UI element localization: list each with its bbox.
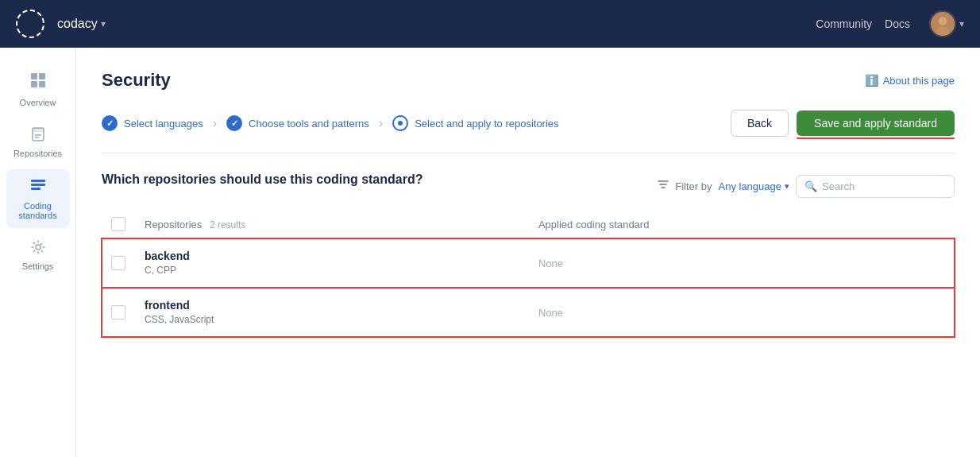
sidebar-item-overview[interactable]: Overview <box>6 64 70 115</box>
backend-applied-cell: None <box>529 238 955 288</box>
frontend-repo-name[interactable]: frontend <box>145 299 519 312</box>
result-count: 2 results <box>210 219 245 230</box>
filter-chevron-icon: ▾ <box>785 181 789 192</box>
applied-std-column-header: Applied coding standard <box>529 211 955 238</box>
save-apply-button[interactable]: Save and apply standard <box>797 110 955 136</box>
repository-table: Repositories 2 results Applied coding st… <box>102 211 955 337</box>
filter-icon <box>658 180 669 193</box>
sidebar-coding-standards-label: Coding standards <box>13 201 64 220</box>
info-icon: ℹ️ <box>865 74 878 87</box>
filter-group: Filter by Any language ▾ 🔍 <box>658 175 955 198</box>
community-link[interactable]: Community <box>816 17 872 30</box>
stepper-actions: Back Save and apply standard <box>731 110 955 137</box>
svg-rect-3 <box>31 73 37 79</box>
step-2: ✓ Choose tools and patterns <box>226 115 369 131</box>
table-row: backend C, CPP None <box>102 238 955 288</box>
table-header-row: Repositories 2 results Applied coding st… <box>102 211 955 238</box>
step-separator-2: › <box>379 116 383 130</box>
sidebar-item-settings[interactable]: Settings <box>6 231 70 279</box>
logo-icon[interactable] <box>16 10 44 38</box>
brand-dropdown[interactable]: codacy ▾ <box>57 17 106 31</box>
applied-col-label: Applied coding standard <box>538 219 650 230</box>
top-navigation: codacy ▾ Community Docs ▾ <box>0 0 980 48</box>
page-layout: Overview Repositories Cod <box>0 48 980 457</box>
step-3-label: Select and apply to repositories <box>415 118 558 130</box>
search-icon: 🔍 <box>804 180 817 192</box>
backend-repo-name[interactable]: backend <box>145 250 519 262</box>
filter-value: Any language <box>718 180 781 192</box>
frontend-checkbox[interactable] <box>111 305 125 320</box>
sidebar-item-coding-standards[interactable]: Coding standards <box>6 169 70 228</box>
frontend-repo-langs: CSS, JavaScript <box>145 314 519 325</box>
frontend-repo-cell: frontend CSS, JavaScript <box>135 288 529 337</box>
step-separator-1: › <box>213 116 217 130</box>
settings-icon <box>30 239 46 257</box>
table-row: frontend CSS, JavaScript None <box>102 288 955 337</box>
repos-column-header: Repositories 2 results <box>135 211 529 238</box>
svg-rect-8 <box>33 128 44 132</box>
page-header: Security ℹ️ About this page <box>102 70 955 91</box>
sidebar-repositories-label: Repositories <box>14 149 62 158</box>
stepper: ✓ Select languages › ✓ Choose tools and … <box>102 110 955 153</box>
section-title: Which repositories should use this codin… <box>102 172 422 187</box>
overview-icon <box>29 72 47 93</box>
search-box[interactable]: 🔍 <box>796 175 955 198</box>
sidebar-item-repositories[interactable]: Repositories <box>6 118 70 166</box>
step-1-label: Select languages <box>124 118 203 130</box>
brand-name: codacy <box>57 17 98 31</box>
about-link[interactable]: ℹ️ About this page <box>865 74 955 87</box>
docs-link[interactable]: Docs <box>885 17 910 30</box>
main-content: Security ℹ️ About this page ✓ Select lan… <box>76 48 980 457</box>
sidebar-overview-label: Overview <box>20 98 56 107</box>
frontend-checkbox-cell[interactable] <box>102 288 135 337</box>
frontend-applied-cell: None <box>529 288 955 337</box>
select-all-checkbox[interactable] <box>111 217 125 231</box>
language-filter-dropdown[interactable]: Any language ▾ <box>718 180 789 192</box>
back-button[interactable]: Back <box>731 110 789 137</box>
step-1: ✓ Select languages <box>102 115 203 131</box>
repos-col-label: Repositories <box>145 219 202 230</box>
svg-rect-6 <box>39 81 45 87</box>
select-all-header[interactable] <box>102 211 135 238</box>
user-avatar[interactable] <box>929 10 956 37</box>
backend-applied-std: None <box>538 258 563 269</box>
svg-point-2 <box>936 27 950 37</box>
frontend-applied-std: None <box>538 307 563 319</box>
svg-rect-13 <box>31 188 41 190</box>
about-label: About this page <box>883 75 955 87</box>
svg-rect-4 <box>39 73 45 79</box>
brand-chevron-icon: ▾ <box>101 18 106 29</box>
step-2-label: Choose tools and patterns <box>249 118 369 130</box>
backend-repo-cell: backend C, CPP <box>135 238 529 288</box>
backend-repo-langs: C, CPP <box>145 265 519 276</box>
step-2-check-icon: ✓ <box>226 115 242 131</box>
sidebar-settings-label: Settings <box>22 261 54 271</box>
svg-point-1 <box>939 17 947 25</box>
user-menu-chevron-icon[interactable]: ▾ <box>959 18 964 29</box>
svg-point-14 <box>36 245 41 250</box>
step-1-check-icon: ✓ <box>102 115 118 131</box>
step-3-circle-icon <box>392 115 408 131</box>
step-3: Select and apply to repositories <box>392 115 558 131</box>
filter-by-label: Filter by <box>675 180 712 192</box>
search-input[interactable] <box>822 180 955 192</box>
backend-checkbox-cell[interactable] <box>102 238 135 288</box>
svg-rect-5 <box>31 81 37 87</box>
repositories-icon <box>30 126 46 144</box>
avatar-image <box>931 10 955 37</box>
backend-checkbox[interactable] <box>111 256 125 270</box>
page-title: Security <box>102 70 171 91</box>
coding-standards-icon <box>29 177 47 196</box>
sidebar: Overview Repositories Cod <box>0 48 76 457</box>
svg-rect-11 <box>31 180 45 182</box>
svg-rect-12 <box>31 184 45 186</box>
